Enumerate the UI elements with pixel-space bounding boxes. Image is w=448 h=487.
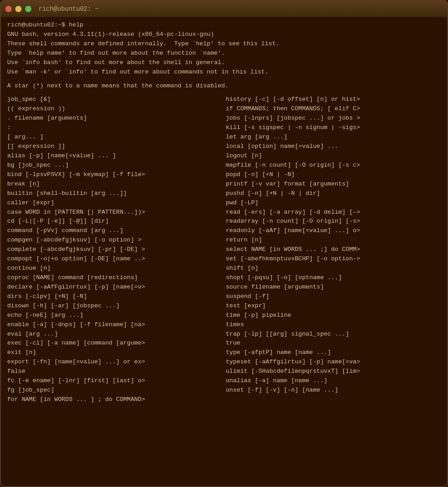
- cmd-left-18: continue [n]: [7, 264, 224, 273]
- cmd-left-16: complete [-abcdefgjksuv] [-pr] [-DE] >: [7, 245, 224, 254]
- cmd-left-17: compopt [-o|+o option] [-DE] [name ..>: [7, 254, 224, 264]
- cmd-left-12: case WORD in [PATTERN [| PATTERN...])>: [7, 208, 224, 217]
- cmd-right-10: pushd [-n] [+N | -N | dir]: [224, 189, 441, 198]
- cmd-right-22: test [expr]: [224, 302, 441, 311]
- cmd-left-3: :: [7, 123, 224, 133]
- cmd-right-3: kill [-s sigspec | -n signum | -sigs>: [224, 123, 441, 133]
- cmd-left-20: declare [-aAfFgilnrtux] [-p] [name[=v>: [7, 283, 224, 292]
- cmd-right-7: mapfile [-n count] [-O origin] [-s c>: [224, 161, 441, 170]
- commands-grid: job_spec [&] (( expression )) . filename…: [7, 95, 441, 404]
- cmd-right-1: if COMMANDS; then COMMANDS; [ elif C>: [224, 104, 441, 114]
- header-line-1: These shell commands are defined interna…: [7, 39, 441, 49]
- cmd-right-17: set [-abefhkmnptuvxBCHP] [-o option->: [224, 254, 441, 264]
- cmd-left-13: cd [-L|[-P [-e]] [-@]] [dir]: [7, 217, 224, 226]
- cmd-right-6: logout [n]: [224, 151, 441, 161]
- cmd-right-28: typeset [-aAffgilrtux] [-p] name[=va>: [224, 358, 441, 367]
- cmd-right-23: time [-p] pipeline: [224, 311, 441, 320]
- cmd-left-9: break [n]: [7, 180, 224, 189]
- cmd-left-8: bind [-lpsvPSVX] [-m keymap] [-f file>: [7, 170, 224, 180]
- left-commands: job_spec [&] (( expression )) . filename…: [7, 95, 224, 404]
- cmd-right-31: unset [-f] [-v] [-n] [name ...]: [224, 386, 441, 395]
- cmd-right-16: select NAME [in WORDS ... ;] do COMM>: [224, 245, 441, 254]
- window-title: rich@ubuntu02: ~: [39, 5, 99, 13]
- cmd-right-15: return [n]: [224, 236, 441, 245]
- cmd-left-4: [ arg... ]: [7, 133, 224, 142]
- cmd-left-31: fg [job_spec]: [7, 386, 224, 395]
- cmd-left-5: [[ expression ]]: [7, 142, 224, 151]
- header-line-3: Use `info bash' to find out more about t…: [7, 58, 441, 68]
- right-commands: history [-c] [-d offset] [n] or hist> if…: [224, 95, 441, 404]
- cmd-right-27: type [-afptP] name [name ...]: [224, 348, 441, 358]
- cmd-right-2: jobs [-lnprs] [jobspec ...] or jobs >: [224, 114, 441, 123]
- cmd-right-13: readarray [-n count] [-O origin] [-s>: [224, 217, 441, 226]
- header-line-0: GNU bash, version 4.3.11(1)-release (x86…: [7, 30, 441, 39]
- cmd-left-15: compgen [-abcdefgjksuv] [-o option] >: [7, 236, 224, 245]
- terminal-window: rich@ubuntu02: ~ rich@ubuntu02:~$ help G…: [0, 0, 448, 487]
- maximize-button[interactable]: [25, 6, 31, 12]
- cmd-right-9: printf [-v var] format [arguments]: [224, 180, 441, 189]
- cmd-right-19: shopt [-pqsu] [-o] [optname ...]: [224, 273, 441, 283]
- cmd-right-18: shift [n]: [224, 264, 441, 273]
- cmd-left-19: coproc [NAME] command [redirections]: [7, 273, 224, 283]
- cmd-left-30: fc [-e ename] [-lnr] [first] [last] o>: [7, 376, 224, 386]
- cmd-right-8: popd [-n] [+N | -N]: [224, 170, 441, 180]
- close-button[interactable]: [5, 6, 12, 12]
- header-line-4: Use `man -k' or `info' to find out more …: [7, 68, 441, 77]
- cmd-left-2: . filename [arguments]: [7, 114, 224, 123]
- cmd-left-23: echo [-neE] [arg ...]: [7, 311, 224, 320]
- cmd-right-20: source filename [arguments]: [224, 283, 441, 292]
- minimize-button[interactable]: [15, 6, 22, 12]
- cmd-left-29: false: [7, 367, 224, 376]
- titlebar: rich@ubuntu02: ~: [1, 1, 447, 17]
- cmd-right-11: pwd [-LP]: [224, 198, 441, 208]
- cmd-right-30: unalias [-a] name [name ...]: [224, 376, 441, 386]
- cmd-right-21: suspend [-f]: [224, 292, 441, 302]
- cmd-left-27: exit [n]: [7, 348, 224, 358]
- cmd-right-24: times: [224, 320, 441, 330]
- cmd-right-26: true: [224, 339, 441, 348]
- cmd-left-24: enable [-a] [-dnps] [-f filename] [na>: [7, 320, 224, 330]
- prompt-line: rich@ubuntu02:~$ help: [7, 21, 441, 30]
- cmd-left-10: builtin [shell-builtin [arg ...]]: [7, 189, 224, 198]
- cmd-left-22: disown [-h] [-ar] [jobspec ...]: [7, 302, 224, 311]
- cmd-right-14: readonly [-aAf] [name[=value] ...] o>: [224, 226, 441, 236]
- cmd-left-28: export [-fn] [name[=value] ...] or ex>: [7, 358, 224, 367]
- star-line: A star (*) next to a name means that the…: [7, 82, 441, 91]
- cmd-left-26: exec [-cl] [-a name] [command [argume>: [7, 339, 224, 348]
- terminal-body[interactable]: rich@ubuntu02:~$ help GNU bash, version …: [1, 17, 447, 411]
- cmd-left-0: job_spec [&]: [7, 95, 224, 104]
- cmd-left-21: dirs [-clpv] [+N] [-N]: [7, 292, 224, 302]
- cmd-left-32: for NAME [in WORDS ... ] ; do COMMAND>: [7, 395, 224, 405]
- cmd-left-6: alias [-p] [name[=value] ... ]: [7, 151, 224, 161]
- cmd-right-5: local [option] name[=value] ...: [224, 142, 441, 151]
- cmd-left-25: eval [arg ...]: [7, 330, 224, 339]
- cmd-right-12: read [-ers] [-a array] [-d delim] [->: [224, 208, 441, 217]
- cmd-left-1: (( expression )): [7, 104, 224, 114]
- cmd-right-0: history [-c] [-d offset] [n] or hist>: [224, 95, 441, 104]
- cmd-left-14: command [-pVv] command [arg ...]: [7, 226, 224, 236]
- cmd-right-29: ulimit [-SHabcdefilmnpqrstuvxT] [lim>: [224, 367, 441, 376]
- cmd-right-4: let arg [arg ...]: [224, 133, 441, 142]
- cmd-left-11: caller [expr]: [7, 198, 224, 208]
- header-line-2: Type `help name' to find out more about …: [7, 49, 441, 58]
- cmd-left-7: bg [job_spec ...]: [7, 161, 224, 170]
- cmd-right-25: trap [-lp] [[arg] signal_spec ...]: [224, 330, 441, 339]
